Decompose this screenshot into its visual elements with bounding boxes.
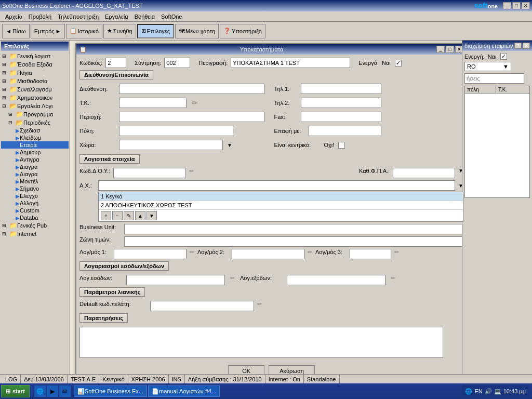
perigrafi-input[interactable] <box>231 58 350 68</box>
xora-dropdown-icon[interactable]: ▼ <box>227 142 232 148</box>
log-eksodwn-input[interactable] <box>287 275 385 285</box>
ax-input[interactable] <box>98 180 455 191</box>
sidebar-item-allagi[interactable]: ▶ Αλλαγή <box>1 200 69 207</box>
support-button[interactable]: ❓ Υποστήριξη <box>220 24 265 38</box>
fax-input[interactable] <box>301 112 381 122</box>
sidebar-item-internet[interactable]: ⊞ 📁 Internet <box>1 230 69 238</box>
clear-icon[interactable]: ✏ <box>192 99 198 107</box>
dialog-minimize-button[interactable]: _ <box>436 46 445 53</box>
default-kwdikos-input[interactable] <box>150 301 254 311</box>
sidebar-item-etairia[interactable]: ▶ Εταιρίε <box>1 141 69 149</box>
kentrko-checkbox[interactable] <box>338 142 345 149</box>
epafi-input[interactable] <box>309 126 381 136</box>
sidebar-item-xrima[interactable]: ⊞ 📁 Χρηματοοικον <box>1 94 69 102</box>
menu-file[interactable]: Αρχείο <box>2 12 25 21</box>
start-button[interactable]: ⊞ start <box>1 385 30 397</box>
menu-tools[interactable]: Εργαλεία <box>102 12 131 21</box>
sidebar-item-elegxo[interactable]: ▶ Ελεγχο <box>1 192 69 200</box>
maximize-button[interactable]: □ <box>512 2 521 9</box>
sidebar-item-diagra2[interactable]: ▶ Διαγρα <box>1 170 69 178</box>
kodikos-input[interactable]: 2 <box>105 58 126 68</box>
tab-retail[interactable]: Παράμετροι λιανικής <box>79 287 463 299</box>
sidebar-item-sxedias[interactable]: ▶ Σχεδιασ <box>1 127 69 134</box>
sidebar-item-custom[interactable]: ▶ Custom <box>1 207 69 214</box>
move-up-button[interactable]: ▲ <box>135 211 145 220</box>
menu-softone[interactable]: SoftOne <box>158 12 185 21</box>
menu-support[interactable]: Τηλεϋποστήριξη <box>55 12 102 21</box>
sidebar-item-misthodosi[interactable]: ⊞ 📁 Μισθοδοσία <box>1 77 69 85</box>
tab-address[interactable]: Διεύθυνση/Επικοινωνία <box>79 70 463 82</box>
map-button[interactable]: 🗺 Μενυ χάρτη <box>175 24 219 38</box>
kwd-doy-input[interactable] <box>113 168 186 178</box>
logos3-clear-icon[interactable]: ✏ <box>394 249 399 259</box>
mgmt-close-button[interactable]: ✕ <box>523 43 530 49</box>
ax-dropdown-row1[interactable]: 1 Κεy/κό <box>99 192 463 201</box>
media-icon[interactable]: ▶ <box>47 385 58 397</box>
xora-input[interactable] <box>119 140 223 150</box>
log-esodwn-clear-icon[interactable]: ✏ <box>230 275 235 285</box>
sidebar-item-programma[interactable]: ⊞ 📁 Προγραμμα <box>1 110 69 118</box>
edit-row-button[interactable]: ✎ <box>124 211 134 220</box>
logos1-input[interactable] <box>114 249 187 259</box>
logos2-clear-icon[interactable]: ✏ <box>308 249 312 259</box>
tab-logar[interactable]: Λογαριασμοί εσόδων/εξόδων <box>79 261 463 273</box>
business-unit-input[interactable] <box>124 224 463 234</box>
sidebar-item-ergaleia[interactable]: ⊟ 📂 Εργαλεία Λογι <box>1 102 69 110</box>
sidebar-item-synallagsome[interactable]: ⊞ 📁 Συναλλαγσόμ <box>1 85 69 94</box>
kath-fpa-input[interactable] <box>393 168 455 178</box>
energo-checkbox[interactable]: ✓ <box>395 60 402 66</box>
back-button[interactable]: ◄ Πίσω <box>2 24 30 38</box>
taskbar-softone[interactable]: 📊 SoftOne Business Ex... <box>74 385 147 397</box>
sidebar-item-antigra[interactable]: ▶ Αντιγρα <box>1 156 69 163</box>
logos2-input[interactable] <box>232 249 304 259</box>
kwd-doy-clear-icon[interactable]: ✏ <box>189 168 194 178</box>
tk-input[interactable] <box>119 98 187 108</box>
mgmt-help-button[interactable]: ? <box>514 43 522 49</box>
notes-textarea[interactable] <box>79 327 443 358</box>
sidebar-item-geniki[interactable]: ⊞ 📁 Γενική λογιστ <box>1 52 69 60</box>
ax-dropdown-row2[interactable]: 2 ΑΠΟΘΗΚΕΥΤΙΚΟΣ ΧΩΡΟΣ TEST <box>99 201 463 210</box>
default-kwdikos-clear-icon[interactable]: ✏ <box>257 301 262 311</box>
sidebar-item-dimiour[interactable]: ▶ Δημιουρ <box>1 149 69 156</box>
sidebar-item-pagia[interactable]: ⊞ 📁 Πάγια <box>1 69 69 77</box>
menu-help[interactable]: Βοήθεια <box>131 12 158 21</box>
mail-icon[interactable]: ✉ <box>59 385 71 397</box>
tab-notes[interactable]: Παρατηρήσεις <box>79 313 463 325</box>
mgmt-search-input[interactable] <box>464 73 524 84</box>
favorites-button[interactable]: ★ Συνήθη <box>103 24 136 38</box>
sidebar-item-genikespub[interactable]: ⊞ 📁 Γενικές Pub <box>1 221 69 230</box>
log-esodwn-input[interactable] <box>126 275 225 285</box>
menu-view[interactable]: Προβολή <box>25 12 55 21</box>
taskbar-manual[interactable]: 📄 manual Λογιστών #4... <box>148 385 220 397</box>
tab-logistika[interactable]: Λογιστικά στοιχεία <box>79 154 463 166</box>
sidebar-item-esoda[interactable]: ⊞ 📁 Έσοδα Εξοδα <box>1 60 69 69</box>
til1-input[interactable] <box>301 84 381 94</box>
poli-input[interactable] <box>119 126 233 136</box>
mgmt-dropdown[interactable]: RO ▼ <box>464 62 511 71</box>
selected-button[interactable]: ⊞ Επιλογές <box>137 24 175 38</box>
minimize-button[interactable]: _ <box>503 2 511 9</box>
history-button[interactable]: 📋 Ιστορικό <box>66 24 102 38</box>
ie-icon[interactable]: 🌐 <box>34 385 46 397</box>
sidebar-item-kleidoma[interactable]: ▶ Κλείδωμ <box>1 134 69 141</box>
remove-row-button[interactable]: − <box>112 211 123 220</box>
zoni-timon-input[interactable] <box>124 236 463 247</box>
forward-button[interactable]: Εμπρός ► <box>31 24 65 38</box>
mgmt-energi-checkbox[interactable]: ✓ <box>500 53 507 60</box>
diefthinsi-input[interactable] <box>119 84 264 94</box>
move-down-button[interactable]: ▼ <box>147 211 157 220</box>
dialog-maximize-button[interactable]: □ <box>446 46 454 53</box>
logos3-input[interactable] <box>350 249 391 259</box>
perioxi-input[interactable] <box>119 112 264 122</box>
close-button[interactable]: ✕ <box>522 2 530 9</box>
sidebar-item-databa[interactable]: ▶ Databa <box>1 214 69 221</box>
sidebar-item-periodikes[interactable]: ⊟ 📂 Περιοδικές <box>1 118 69 127</box>
sidebar-item-diagra1[interactable]: ▶ Διαγρα <box>1 163 69 170</box>
sidebar-item-simano[interactable]: ▶ Σήμανο <box>1 185 69 192</box>
log-eksodwn-clear-icon[interactable]: ✏ <box>391 275 395 285</box>
logos1-clear-icon[interactable]: ✏ <box>190 249 194 259</box>
add-row-button[interactable]: + <box>101 211 111 220</box>
syntmisi-input[interactable] <box>164 58 190 68</box>
til2-input[interactable] <box>301 98 381 108</box>
sidebar-item-montel[interactable]: ▶ Μοντέλ <box>1 178 69 185</box>
